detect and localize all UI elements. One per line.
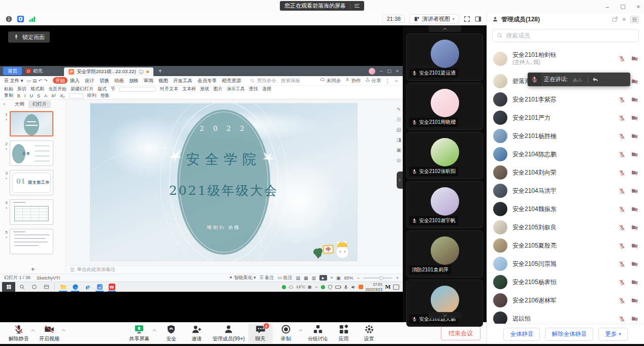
new-tab-button[interactable]: + (158, 67, 162, 75)
member-row[interactable]: 安全2101杨胜楠 (487, 127, 644, 145)
slides-tab[interactable]: 幻灯片 (28, 100, 51, 108)
video-tile[interactable]: 消防2101袁莉萍 (406, 230, 483, 278)
taskbar-clock[interactable]: 17:012022/3/23 (366, 282, 382, 292)
slideshow-play-button[interactable]: ▶ (319, 275, 327, 281)
ribbon-button[interactable]: S (37, 93, 40, 98)
ribbon-button[interactable]: 格式刷 (30, 86, 44, 92)
meeting-tray-logo[interactable]: M (385, 284, 391, 290)
ribbon-button[interactable]: 替换 (101, 92, 110, 99)
news-grid-icon[interactable]: ▦ (308, 285, 312, 289)
ribbon-button[interactable]: I (24, 93, 26, 98)
ribbon-button[interactable]: 图片 (213, 86, 222, 92)
mic-tray-icon[interactable] (343, 285, 348, 290)
photos-app-icon[interactable] (94, 282, 105, 292)
member-search-input[interactable] (506, 32, 634, 39)
battery-icon[interactable] (335, 286, 341, 289)
minimize-button[interactable]: – (606, 4, 609, 10)
member-row[interactable]: 安全2104陈志鹏 (487, 145, 644, 163)
chevron-up-icon[interactable] (152, 326, 157, 335)
ribbon-button[interactable]: 查找 (249, 86, 258, 92)
more-button[interactable]: 更多▾ (598, 328, 627, 341)
ribbon-button[interactable]: 形状 (200, 86, 209, 92)
zoom-slider[interactable] (363, 278, 393, 279)
member-search[interactable] (492, 29, 639, 42)
zoom-knob[interactable] (379, 276, 383, 280)
popout-icon[interactable] (612, 16, 618, 22)
file-menu[interactable]: ☰ 文件 ▾ (4, 78, 23, 84)
cortana-icon[interactable] (28, 282, 40, 292)
ime-tray-icon[interactable] (359, 285, 363, 289)
task-view-icon[interactable] (41, 282, 52, 292)
member-row[interactable]: 安全2104刘向荣 (487, 163, 644, 182)
member-row[interactable]: 安全2105杨霁恒 (487, 273, 644, 291)
chevron-up-icon[interactable] (298, 326, 303, 335)
restore-button[interactable]: ▢ (620, 3, 625, 10)
toolbar-invite-button[interactable]: 邀请 (184, 324, 209, 343)
sidebar-toggle-icon[interactable] (475, 16, 481, 22)
ribbon-tab[interactable]: 会员专享 (195, 77, 219, 84)
ribbon-button[interactable]: X₂ (60, 93, 65, 98)
member-row[interactable]: 安全2105闫宗旭 (487, 255, 644, 273)
ribbon-button[interactable]: 文本框 (182, 86, 196, 92)
scroll-up-button[interactable] (429, 25, 461, 32)
video-tile[interactable]: 安全2102张昕阳 (406, 132, 483, 179)
zoom-out-button[interactable]: − (357, 275, 359, 281)
beautify-button[interactable]: ✦ 智能美化 ▾ (229, 274, 256, 281)
ribbon-button[interactable]: X² (51, 93, 56, 98)
ribbon-tab[interactable]: 放映 (126, 77, 141, 84)
ribbon-button[interactable]: 剪切 (17, 86, 26, 92)
zoom-in-button[interactable]: + (396, 275, 399, 281)
wps-document-tab[interactable]: P 安全学院2021级...22.03.22) (64, 67, 153, 76)
toolbar-chat-button[interactable]: 4聊天 (248, 324, 273, 343)
layout-tool-icon[interactable]: ▤ (397, 127, 401, 132)
ribbon-button[interactable]: 粘贴 (4, 86, 13, 92)
more-menu-icon[interactable]: ⋮ (385, 78, 391, 84)
ribbon-button[interactable]: 选择 (262, 86, 271, 92)
fit-icon[interactable]: ▣ (336, 275, 341, 281)
ribbon-button[interactable]: 演示工具 (227, 86, 245, 92)
end-meeting-button[interactable]: 结束会议 (441, 326, 480, 340)
ribbon-button[interactable]: 当页开始 (48, 86, 67, 92)
member-row[interactable]: 安全2106谢林军 (487, 291, 644, 309)
banner-menu-icon[interactable] (355, 4, 360, 8)
info-icon[interactable] (5, 15, 13, 23)
object-tool-icon[interactable]: ▣ (397, 147, 401, 153)
scroll-down-button[interactable] (429, 312, 461, 319)
member-row[interactable]: 安全2101严力 (487, 109, 644, 127)
ribbon-tab[interactable]: 审阅 (141, 77, 156, 84)
view-normal-icon[interactable]: ▤ (296, 275, 300, 281)
fullscreen-icon[interactable] (464, 16, 470, 22)
ribbon-button[interactable]: 新建幻灯片 (71, 86, 93, 92)
member-row[interactable]: 迟以恒 (487, 309, 644, 324)
outline-tab[interactable]: 大纲 (15, 101, 24, 108)
video-tile[interactable]: 安全2101谢宇帆 (406, 181, 483, 228)
defender-tray-icon[interactable] (328, 285, 333, 290)
ribbon-tab[interactable]: 开始 (53, 77, 68, 84)
wps-home-tab[interactable]: 首页 (3, 67, 22, 75)
slide-thumbnail[interactable] (10, 111, 53, 136)
ribbon-tab[interactable]: 动画 (112, 77, 126, 84)
collapse-ribbon-icon[interactable] (394, 79, 399, 83)
notes-bar[interactable]: ☰ 单击此处添加备注 (66, 265, 403, 273)
toolbar-mic-off-button[interactable]: 解除静音 (6, 324, 31, 343)
add-slide-button[interactable]: + (0, 264, 66, 273)
slide-thumbnail[interactable]: 01团支部工作 (10, 170, 53, 195)
slide-thumbnail[interactable] (10, 199, 53, 225)
toolbar-record-button[interactable]: 录制 (274, 324, 298, 343)
target-tool-icon[interactable]: ◎ (397, 157, 401, 163)
wps-docer-tab[interactable]: D 稻壳 (22, 68, 47, 75)
unmute-all-button[interactable]: 解除全体静音 (545, 328, 593, 341)
file-explorer-icon[interactable] (57, 282, 69, 292)
ribbon-tab[interactable]: 视图 (156, 77, 171, 84)
ribbon-tab[interactable]: 开发工具 (171, 77, 195, 84)
edit-tool-icon[interactable]: ✎ (397, 107, 401, 112)
ribbon-button[interactable]: 节 (111, 86, 115, 92)
member-row[interactable]: 安全2105夏殷亮 (487, 236, 644, 255)
close-button[interactable]: × (637, 4, 640, 10)
edge-icon[interactable] (70, 282, 81, 292)
quick-access-icons[interactable]: ▭▤↶↷ (27, 78, 49, 83)
sync-status[interactable]: 未同步 (320, 77, 341, 84)
ribbon-button[interactable]: A (44, 93, 47, 98)
member-row[interactable]: 安全2104马洪宇 (487, 182, 644, 200)
hidden-icons-chevron[interactable] (314, 285, 318, 289)
